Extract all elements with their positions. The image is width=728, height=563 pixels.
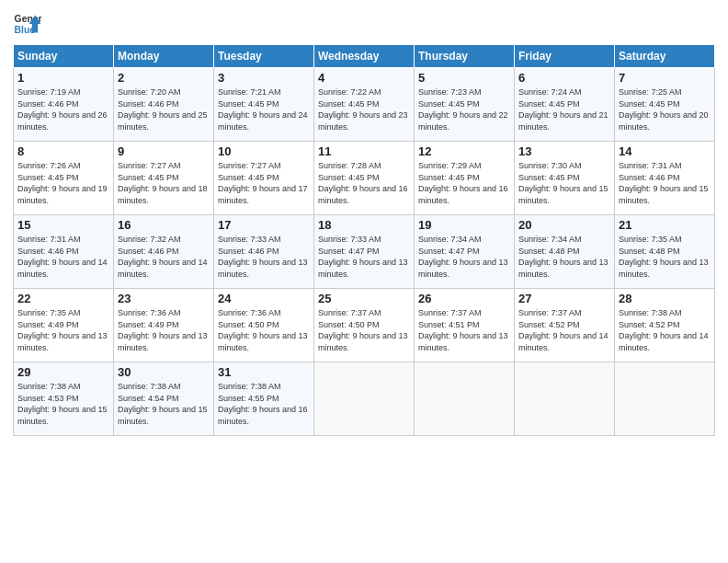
calendar-cell: 30Sunrise: 7:38 AMSunset: 4:54 PMDayligh… (114, 362, 214, 436)
calendar-cell: 26Sunrise: 7:37 AMSunset: 4:51 PMDayligh… (415, 289, 515, 362)
day-header-wednesday: Wednesday (314, 45, 415, 68)
calendar-cell: 18Sunrise: 7:33 AMSunset: 4:47 PMDayligh… (314, 215, 415, 289)
cell-info: Sunrise: 7:26 AMSunset: 4:45 PMDaylight:… (17, 160, 109, 206)
cell-info: Sunrise: 7:31 AMSunset: 4:46 PMDaylight:… (619, 160, 711, 206)
cell-info: Sunrise: 7:21 AMSunset: 4:45 PMDaylight:… (218, 86, 310, 132)
day-number: 31 (218, 365, 310, 379)
cell-info: Sunrise: 7:19 AMSunset: 4:46 PMDaylight:… (17, 86, 109, 132)
cell-info: Sunrise: 7:23 AMSunset: 4:45 PMDaylight:… (418, 86, 510, 132)
day-number: 18 (318, 218, 410, 232)
cell-info: Sunrise: 7:38 AMSunset: 4:55 PMDaylight:… (218, 381, 310, 427)
cell-info: Sunrise: 7:37 AMSunset: 4:52 PMDaylight:… (518, 307, 610, 353)
calendar-cell: 11Sunrise: 7:28 AMSunset: 4:45 PMDayligh… (314, 142, 415, 215)
calendar-cell: 22Sunrise: 7:35 AMSunset: 4:49 PMDayligh… (14, 289, 114, 362)
day-number: 15 (17, 218, 109, 232)
cell-info: Sunrise: 7:24 AMSunset: 4:45 PMDaylight:… (518, 86, 610, 132)
calendar-cell: 4Sunrise: 7:22 AMSunset: 4:45 PMDaylight… (314, 68, 415, 142)
day-header-thursday: Thursday (415, 45, 515, 68)
cell-info: Sunrise: 7:32 AMSunset: 4:46 PMDaylight:… (118, 234, 210, 280)
day-number: 5 (418, 71, 510, 85)
day-number: 13 (518, 144, 610, 158)
cell-info: Sunrise: 7:36 AMSunset: 4:50 PMDaylight:… (218, 307, 310, 353)
day-number: 22 (17, 292, 109, 305)
day-number: 12 (418, 144, 510, 158)
day-header-tuesday: Tuesday (214, 45, 314, 68)
day-number: 20 (518, 218, 610, 232)
logo: General Blue (13, 9, 42, 39)
day-number: 19 (418, 218, 510, 232)
calendar-cell (615, 362, 715, 436)
calendar-cell: 29Sunrise: 7:38 AMSunset: 4:53 PMDayligh… (14, 362, 114, 436)
cell-info: Sunrise: 7:38 AMSunset: 4:54 PMDaylight:… (118, 381, 210, 427)
day-number: 24 (218, 292, 310, 305)
day-number: 26 (418, 292, 510, 305)
calendar-cell: 15Sunrise: 7:31 AMSunset: 4:46 PMDayligh… (14, 215, 114, 289)
cell-info: Sunrise: 7:38 AMSunset: 4:52 PMDaylight:… (619, 307, 711, 353)
day-number: 10 (218, 144, 310, 158)
cell-info: Sunrise: 7:35 AMSunset: 4:49 PMDaylight:… (17, 307, 109, 353)
calendar-cell: 14Sunrise: 7:31 AMSunset: 4:46 PMDayligh… (615, 142, 715, 215)
calendar-cell: 17Sunrise: 7:33 AMSunset: 4:46 PMDayligh… (214, 215, 314, 289)
calendar-cell (415, 362, 515, 436)
cell-info: Sunrise: 7:31 AMSunset: 4:46 PMDaylight:… (17, 234, 109, 280)
calendar-cell: 23Sunrise: 7:36 AMSunset: 4:49 PMDayligh… (114, 289, 214, 362)
calendar-cell (515, 362, 615, 436)
day-number: 4 (318, 71, 410, 85)
calendar-cell: 12Sunrise: 7:29 AMSunset: 4:45 PMDayligh… (415, 142, 515, 215)
cell-info: Sunrise: 7:22 AMSunset: 4:45 PMDaylight:… (318, 86, 410, 132)
cell-info: Sunrise: 7:34 AMSunset: 4:47 PMDaylight:… (418, 234, 510, 280)
day-number: 29 (17, 365, 109, 379)
cell-info: Sunrise: 7:20 AMSunset: 4:46 PMDaylight:… (118, 86, 210, 132)
day-number: 2 (118, 71, 210, 85)
day-header-saturday: Saturday (615, 45, 715, 68)
header: General Blue (13, 9, 715, 39)
day-number: 14 (619, 144, 711, 158)
cell-info: Sunrise: 7:33 AMSunset: 4:47 PMDaylight:… (318, 234, 410, 280)
day-number: 16 (118, 218, 210, 232)
day-number: 8 (17, 144, 109, 158)
day-number: 9 (118, 144, 210, 158)
day-header-friday: Friday (515, 45, 615, 68)
day-header-sunday: Sunday (14, 45, 114, 68)
calendar-week-row: 22Sunrise: 7:35 AMSunset: 4:49 PMDayligh… (14, 289, 715, 362)
calendar-cell: 7Sunrise: 7:25 AMSunset: 4:45 PMDaylight… (615, 68, 715, 142)
calendar-cell: 25Sunrise: 7:37 AMSunset: 4:50 PMDayligh… (314, 289, 415, 362)
calendar-cell: 20Sunrise: 7:34 AMSunset: 4:48 PMDayligh… (515, 215, 615, 289)
cell-info: Sunrise: 7:37 AMSunset: 4:51 PMDaylight:… (418, 307, 510, 353)
cell-info: Sunrise: 7:30 AMSunset: 4:45 PMDaylight:… (518, 160, 610, 206)
day-header-monday: Monday (114, 45, 214, 68)
calendar-week-row: 15Sunrise: 7:31 AMSunset: 4:46 PMDayligh… (14, 215, 715, 289)
day-number: 17 (218, 218, 310, 232)
cell-info: Sunrise: 7:36 AMSunset: 4:49 PMDaylight:… (118, 307, 210, 353)
cell-info: Sunrise: 7:27 AMSunset: 4:45 PMDaylight:… (118, 160, 210, 206)
cell-info: Sunrise: 7:27 AMSunset: 4:45 PMDaylight:… (218, 160, 310, 206)
calendar-table: SundayMondayTuesdayWednesdayThursdayFrid… (13, 44, 715, 436)
calendar-cell: 31Sunrise: 7:38 AMSunset: 4:55 PMDayligh… (214, 362, 314, 436)
calendar-cell: 28Sunrise: 7:38 AMSunset: 4:52 PMDayligh… (615, 289, 715, 362)
calendar-cell: 13Sunrise: 7:30 AMSunset: 4:45 PMDayligh… (515, 142, 615, 215)
calendar-cell: 16Sunrise: 7:32 AMSunset: 4:46 PMDayligh… (114, 215, 214, 289)
calendar-cell: 21Sunrise: 7:35 AMSunset: 4:48 PMDayligh… (615, 215, 715, 289)
cell-info: Sunrise: 7:25 AMSunset: 4:45 PMDaylight:… (619, 86, 711, 132)
cell-info: Sunrise: 7:28 AMSunset: 4:45 PMDaylight:… (318, 160, 410, 206)
calendar-cell: 9Sunrise: 7:27 AMSunset: 4:45 PMDaylight… (114, 142, 214, 215)
calendar-cell: 19Sunrise: 7:34 AMSunset: 4:47 PMDayligh… (415, 215, 515, 289)
calendar-cell: 2Sunrise: 7:20 AMSunset: 4:46 PMDaylight… (114, 68, 214, 142)
day-number: 28 (619, 292, 711, 305)
calendar-cell: 1Sunrise: 7:19 AMSunset: 4:46 PMDaylight… (14, 68, 114, 142)
day-number: 1 (17, 71, 109, 85)
cell-info: Sunrise: 7:35 AMSunset: 4:48 PMDaylight:… (619, 234, 711, 280)
calendar-cell: 3Sunrise: 7:21 AMSunset: 4:45 PMDaylight… (214, 68, 314, 142)
cell-info: Sunrise: 7:34 AMSunset: 4:48 PMDaylight:… (518, 234, 610, 280)
day-number: 21 (619, 218, 711, 232)
calendar-cell: 27Sunrise: 7:37 AMSunset: 4:52 PMDayligh… (515, 289, 615, 362)
calendar-cell: 10Sunrise: 7:27 AMSunset: 4:45 PMDayligh… (214, 142, 314, 215)
cell-info: Sunrise: 7:38 AMSunset: 4:53 PMDaylight:… (17, 381, 109, 427)
day-number: 6 (518, 71, 610, 85)
day-number: 7 (619, 71, 711, 85)
calendar-cell: 8Sunrise: 7:26 AMSunset: 4:45 PMDaylight… (14, 142, 114, 215)
calendar-week-row: 8Sunrise: 7:26 AMSunset: 4:45 PMDaylight… (14, 142, 715, 215)
calendar-week-row: 29Sunrise: 7:38 AMSunset: 4:53 PMDayligh… (14, 362, 715, 436)
day-number: 30 (118, 365, 210, 379)
calendar-cell: 24Sunrise: 7:36 AMSunset: 4:50 PMDayligh… (214, 289, 314, 362)
